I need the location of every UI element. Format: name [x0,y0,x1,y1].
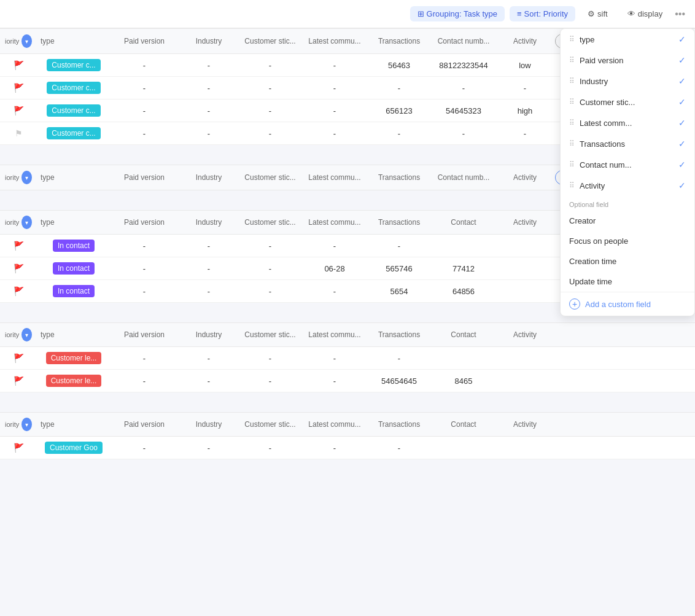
section-spacer-4 [0,392,695,412]
top-bar: ⊞ Grouping: Task type ≡ Sort: Priority ⚙… [0,0,695,28]
cell-activity: - [497,79,553,98]
optional-section-label: Optional field [561,196,694,211]
flag-icon: 🚩 [14,241,24,251]
grouping-button[interactable]: ⊞ Grouping: Task type [410,6,505,21]
type-badge: Customer le... [46,375,102,387]
dropdown-item-activity[interactable]: ⠿ Activity ✓ [561,175,694,196]
dropdown-item-stic[interactable]: ⠿ Customer stic... ✓ [561,92,694,112]
cell-trans: - [368,124,430,143]
drag-handle-icon: ⠿ [569,181,575,190]
cell-type: Customer c... [37,77,111,99]
col-industry-header: Industry [178,32,239,50]
cell-paid: - [111,124,178,143]
cell-trans: - [368,79,430,98]
field-label-stic: Customer stic... [580,98,674,107]
table-header-4: iority ▾ type Paid version Industry Cust… [0,322,695,347]
col-priority-header: iority ▾ [0,29,37,53]
dropdown-item-commu[interactable]: ⠿ Latest comm... ✓ [561,112,694,133]
dropdown-item-industry[interactable]: ⠿ Industry ✓ [561,71,694,92]
col-stic-header: Customer stic... [239,32,301,50]
table-header-5: iority ▾ type Paid version Industry Cust… [0,412,695,437]
cell-commu: - [301,79,368,98]
drag-handle-icon: ⠿ [569,139,575,148]
check-icon-paid: ✓ [678,55,686,65]
table-row[interactable]: 🚩 Customer Goo - - - - - [0,437,695,459]
priority-dropdown-icon-2[interactable]: ▾ [21,171,32,184]
main-content: iority ▾ type Paid version Industry Cust… [0,28,695,616]
display-button[interactable]: 👁 display [620,6,670,21]
priority-dropdown-icon[interactable]: ▾ [21,34,32,48]
filter-icon: ⚙ [588,9,595,18]
col-activity-header: Activity [497,32,553,50]
cell-priority: ⚑ [0,123,37,143]
dropdown-item-creation-time[interactable]: Creation time [561,251,694,271]
cell-commu: - [301,101,368,120]
dropdown-item-paid[interactable]: ⠿ Paid version ✓ [561,50,694,71]
type-badge: Customer c... [47,127,100,139]
flag-icon: 🚩 [14,443,24,453]
dropdown-item-trans[interactable]: ⠿ Transactions ✓ [561,133,694,154]
flag-icon: 🚩 [14,106,24,115]
col-commu-header: Latest commu... [301,32,368,50]
flag-icon: 🚩 [14,376,24,386]
field-label-update-time: Update time [569,277,612,286]
type-badge: Customer c... [47,104,100,117]
flag-icon: 🚩 [14,286,24,296]
cell-stic: - [239,79,301,98]
dropdown-item-contact[interactable]: ⠿ Contact num... ✓ [561,154,694,175]
cell-type: Customer c... [37,99,111,122]
field-label-trans: Transactions [580,139,674,149]
flag-icon: 🚩 [14,263,24,273]
check-icon-type: ✓ [678,34,686,44]
more-menu-icon[interactable]: ••• [675,9,685,20]
cell-type: Customer c... [37,54,111,76]
cell-priority: 🚩 [0,101,37,120]
add-custom-field-button[interactable]: + Add a custom field [561,292,694,316]
sift-label: sift [597,9,608,18]
flag-icon: 🚩 [14,83,24,93]
eye-icon: 👁 [627,9,635,18]
check-icon-stic: ✓ [678,97,686,107]
cell-commu: - [301,56,368,75]
check-icon-contact: ✓ [678,160,686,170]
cell-paid: - [111,79,178,98]
check-icon-industry: ✓ [678,76,686,86]
sift-button[interactable]: ⚙ sift [580,6,615,21]
sort-button[interactable]: ≡ Sort: Priority [510,6,575,21]
field-label-activity: Activity [580,181,674,190]
cell-trans: 56463 [368,56,430,75]
type-badge: In contact [53,240,95,252]
col-trans-header: Transactions [368,32,430,50]
section-4: iority ▾ type Paid version Industry Cust… [0,322,695,392]
table-row[interactable]: 🚩 Customer le... - - - - - [0,347,695,370]
drag-handle-icon: ⠿ [569,56,575,64]
dropdown-item-type[interactable]: ⠿ type ✓ [561,29,694,50]
col-contact-header: Contact numb... [430,32,497,50]
cell-priority: 🚩 [0,55,37,75]
column-settings-dropdown: ⠿ type ✓ ⠿ Paid version ✓ ⠿ Industry ✓ ⠿… [560,28,695,316]
field-label-commu: Latest comm... [580,119,674,128]
dropdown-item-focus[interactable]: Focus on people [561,231,694,251]
priority-dropdown-icon-5[interactable]: ▾ [21,418,32,431]
cell-stic: - [239,101,301,120]
col-type-header: type [37,32,111,50]
display-label: display [638,9,662,18]
field-label-creator: Creator [569,216,596,225]
cell-industry: - [178,124,239,143]
type-badge: Customer c... [47,82,100,94]
dropdown-item-update-time[interactable]: Update time [561,271,694,292]
priority-dropdown-icon-4[interactable]: ▾ [21,328,32,341]
drag-handle-icon: ⠿ [569,119,575,127]
table-row[interactable]: 🚩 Customer le... - - - - 54654645 8465 [0,370,695,392]
drag-handle-icon: ⠿ [569,35,575,44]
check-icon-trans: ✓ [678,139,686,149]
field-label-type: type [580,35,674,44]
cell-commu: - [301,124,368,143]
cell-paid: - [111,101,178,120]
add-custom-field-icon: + [569,298,580,310]
dropdown-item-creator[interactable]: Creator [561,211,694,231]
dropdown-scroll[interactable]: ⠿ type ✓ ⠿ Paid version ✓ ⠿ Industry ✓ ⠿… [561,29,694,292]
drag-handle-icon: ⠿ [569,98,575,106]
sort-label: Sort: Priority [524,9,569,18]
priority-dropdown-icon-3[interactable]: ▾ [21,216,32,229]
